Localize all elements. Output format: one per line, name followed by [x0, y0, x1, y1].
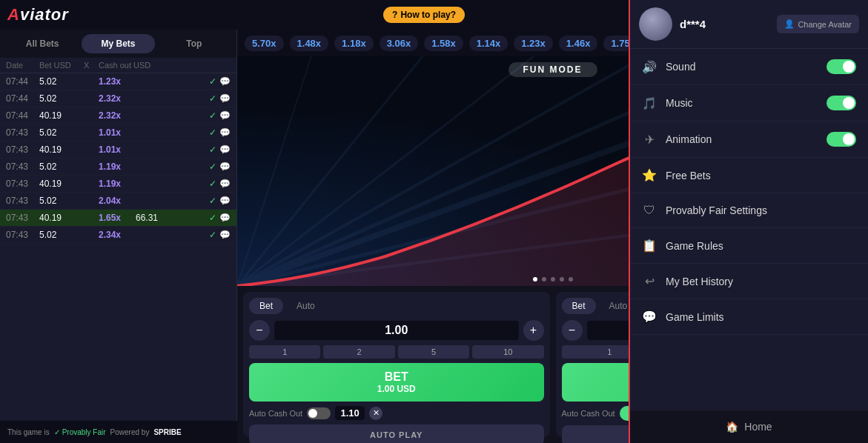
bet-multiplier: 1.01x [99, 144, 136, 155]
menu-item-free-bets[interactable]: ⭐ Free Bets [630, 158, 868, 193]
chat-icon[interactable]: 💬 [219, 213, 231, 223]
bet-multiplier: 1.19x [99, 179, 136, 189]
bet-multiplier: 1.23x [99, 76, 136, 87]
provably-fair-link[interactable]: ✓ Provably Fair [54, 428, 106, 436]
logo-text: Aviator [7, 5, 69, 24]
bet-tab-1-bet[interactable]: Bet [249, 298, 283, 314]
bet-time: 07:44 [6, 93, 39, 104]
table-row: 07:44 5.02 2.32x ✓ 💬 [0, 90, 236, 107]
tab-top[interactable]: Top [158, 34, 231, 53]
decrease-bet-2-button[interactable]: − [562, 320, 583, 341]
bet-icons: ✓ 💬 [209, 127, 231, 138]
increase-bet-1-button[interactable]: + [523, 320, 544, 341]
bet-tab-2-bet[interactable]: Bet [562, 298, 596, 314]
bet-amount: 40.19 [39, 213, 84, 223]
menu-item-provably-fair-settings[interactable]: 🛡 Provably Fair Settings [630, 193, 868, 228]
menu-icon: ↩ [642, 274, 657, 288]
quick-2-btn[interactable]: 2 [323, 345, 394, 359]
dot-3 [551, 277, 555, 282]
decrease-bet-1-button[interactable]: − [249, 320, 270, 341]
bet-tab-1-auto[interactable]: Auto [286, 298, 325, 314]
carousel-dots [533, 277, 573, 282]
auto-play-button-1[interactable]: AUTO PLAY [249, 424, 544, 443]
how-to-play-label: How to play? [400, 10, 456, 20]
bet-time: 07:43 [6, 161, 39, 172]
chat-icon[interactable]: 💬 [219, 110, 231, 121]
chat-icon[interactable]: 💬 [219, 161, 231, 172]
quick-1-btn[interactable]: 1 [249, 345, 320, 359]
toggle-on[interactable] [826, 132, 856, 147]
check-icon: ✓ [209, 179, 216, 189]
bet-icons: ✓ 💬 [209, 144, 231, 155]
main-bet-button-1[interactable]: BET 1.00 USD [249, 363, 544, 402]
tab-my-bets[interactable]: My Bets [82, 34, 154, 53]
menu-item-sound[interactable]: 🔊 Sound [630, 49, 868, 85]
footer: This game is ✓ Provably Fair Powered by … [0, 421, 237, 443]
multiplier-badge: 1.23x [514, 36, 553, 51]
cash-value-input-1[interactable] [335, 406, 365, 420]
bet-multiplier: 1.19x [99, 161, 136, 172]
username-label: d***4 [680, 18, 769, 30]
bet-amount: 5.02 [39, 76, 84, 87]
powered-by-text: Powered by [110, 428, 150, 436]
menu-label: Game Limits [666, 311, 856, 323]
spribe-logo: SPRIBE [153, 428, 181, 436]
chat-icon[interactable]: 💬 [219, 76, 231, 87]
bet-amount: 5.02 [39, 196, 84, 206]
menu-label: Sound [666, 61, 818, 73]
table-row: 07:43 5.02 1.19x ✓ 💬 [0, 159, 236, 176]
cash-out-amount: 66.31 [136, 213, 209, 223]
menu-label: Animation [666, 133, 818, 145]
check-icon: ✓ [209, 93, 216, 104]
chat-icon[interactable]: 💬 [219, 196, 231, 206]
change-avatar-button[interactable]: 👤 Change Avatar [777, 15, 859, 33]
bet-time: 07:43 [6, 144, 39, 155]
bet-amount-1-input[interactable] [274, 321, 519, 340]
bet-icons: ✓ 💬 [209, 161, 231, 172]
quick-10-btn[interactable]: 10 [472, 345, 543, 359]
menu-item-game-limits[interactable]: 💬 Game Limits [630, 299, 868, 335]
table-row: 07:43 5.02 2.04x ✓ 💬 [0, 193, 236, 210]
table-row: 07:43 5.02 2.34x ✓ 💬 [0, 227, 236, 244]
footer-text: This game is [7, 428, 50, 436]
quick-5-btn[interactable]: 5 [398, 345, 469, 359]
bet-time: 07:43 [6, 213, 39, 223]
bet-multiplier: 2.34x [99, 230, 136, 240]
check-icon: ✓ [209, 196, 216, 206]
chat-icon[interactable]: 💬 [219, 144, 231, 155]
table-row: 07:43 40.19 1.65x 66.31 ✓ 💬 [0, 210, 236, 227]
toggle-on[interactable] [826, 59, 856, 74]
auto-cash-toggle-1[interactable] [307, 407, 331, 419]
menu-icon: ✈ [642, 133, 657, 147]
bet-amount: 40.19 [39, 110, 84, 121]
table-row: 07:44 5.02 1.23x ✓ 💬 [0, 73, 236, 90]
check-icon: ✓ [209, 230, 216, 240]
logo: Aviator [7, 5, 69, 24]
header-bet: Bet USD [39, 61, 84, 70]
bet-label-line1: BET [249, 370, 544, 384]
menu-item-my-bet-history[interactable]: ↩ My Bet History [630, 264, 868, 299]
header-date: Date [6, 61, 39, 70]
chat-icon[interactable]: 💬 [219, 230, 231, 240]
menu-icon: 🛡 [642, 204, 657, 217]
person-icon: 👤 [784, 19, 795, 29]
check-icon: ✓ [209, 110, 216, 121]
bet-multiplier: 2.32x [99, 110, 136, 121]
how-to-play-button[interactable]: ? How to play? [383, 7, 465, 23]
chat-icon[interactable]: 💬 [219, 179, 231, 189]
menu-item-music[interactable]: 🎵 Music [630, 85, 868, 121]
table-row: 07:43 40.19 1.01x ✓ 💬 [0, 141, 236, 159]
close-cash-btn-1[interactable]: ✕ [369, 407, 382, 420]
menu-item-game-rules[interactable]: 📋 Game Rules [630, 228, 868, 264]
chat-icon[interactable]: 💬 [219, 93, 231, 104]
chat-icon[interactable]: 💬 [219, 127, 231, 138]
quick-amounts-1: 1 2 5 10 [249, 345, 544, 359]
home-button[interactable]: 🏠 Home [630, 410, 868, 443]
menu-item-animation[interactable]: ✈ Animation [630, 121, 868, 158]
tab-all-bets[interactable]: All Bets [6, 34, 79, 53]
bet-time: 07:43 [6, 179, 39, 189]
multiplier-badge: 5.70x [245, 36, 284, 51]
bet-time: 07:43 [6, 127, 39, 138]
bet-panel-1: Bet Auto − + 1 2 5 10 BET 1.00 USD Auto … [243, 292, 550, 437]
toggle-on[interactable] [826, 96, 856, 110]
